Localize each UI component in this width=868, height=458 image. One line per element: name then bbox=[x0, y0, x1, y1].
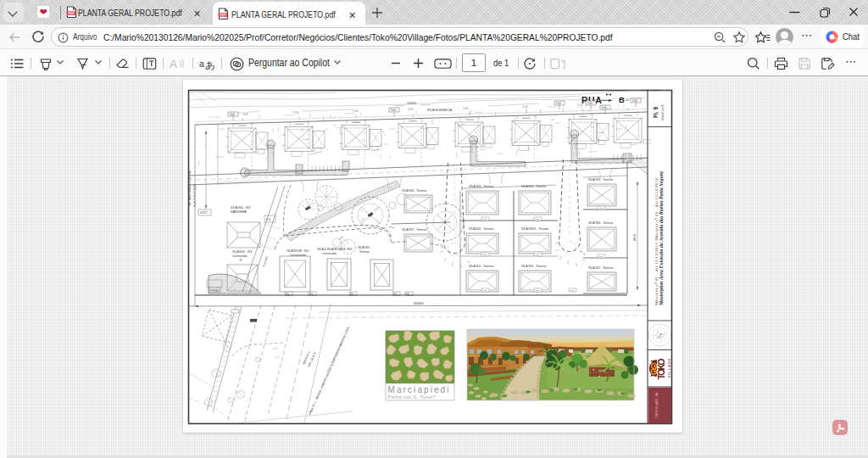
svg-text:9.00: 9.00 bbox=[535, 218, 539, 221]
svg-text:TOKO: TOKO bbox=[656, 359, 666, 380]
svg-text:12.00: 12.00 bbox=[522, 105, 528, 109]
svg-text:VILA 906 - Terreno: VILA 906 - Terreno bbox=[588, 221, 613, 225]
svg-text:FILA ELETRICA: FILA ELETRICA bbox=[427, 108, 452, 112]
svg-text:12.00: 12.00 bbox=[242, 113, 248, 116]
svg-text:12.00: 12.00 bbox=[293, 111, 299, 114]
svg-text:12.00: 12.00 bbox=[408, 108, 414, 111]
svg-text:9.00: 9.00 bbox=[587, 102, 593, 105]
svg-text:9.00: 9.00 bbox=[556, 102, 561, 105]
svg-text:VILA 903 - Terreno: VILA 903 - Terreno bbox=[469, 185, 493, 188]
svg-text:9.00: 9.00 bbox=[598, 207, 603, 209]
svg-text:VILA 901 - Terreno: VILA 901 - Terreno bbox=[469, 265, 493, 268]
svg-text:VILA 903/2 - Terreno: VILA 903/2 - Terreno bbox=[521, 227, 548, 231]
svg-text:9.00: 9.00 bbox=[482, 254, 487, 256]
svg-text:VILA 900 - Terreno: VILA 900 - Terreno bbox=[469, 227, 493, 231]
svg-text:VILA 902 - Terreno: VILA 902 - Terreno bbox=[521, 265, 546, 268]
svg-text:20905: 20905 bbox=[407, 101, 417, 105]
svg-text:RUA PROJETADA: RUA PROJETADA bbox=[193, 184, 197, 207]
svg-text:あ: あ bbox=[205, 60, 215, 70]
svg-text:Construida: Construida bbox=[322, 252, 337, 255]
svg-text:9.00: 9.00 bbox=[482, 289, 487, 292]
svg-text:VILA 900 - 907: VILA 900 - 907 bbox=[231, 206, 251, 209]
svg-text:Fl. 9: Fl. 9 bbox=[653, 107, 659, 118]
svg-text:VILA 901/B - 902: VILA 901/B - 902 bbox=[287, 249, 309, 253]
svg-text:9.00: 9.00 bbox=[391, 109, 396, 112]
svg-text:9.00: 9.00 bbox=[535, 289, 539, 292]
svg-text:9.00: 9.00 bbox=[230, 113, 235, 116]
svg-text:12.00: 12.00 bbox=[353, 109, 359, 113]
svg-text:AREA Nº 1 - BRASIL URBANIZAÇÕE: AREA Nº 1 - BRASIL URBANIZAÇÕES E EMPREE… bbox=[307, 326, 350, 416]
svg-text:PDF: PDF bbox=[68, 12, 75, 15]
svg-text:RUA 908: RUA 908 bbox=[262, 256, 269, 268]
svg-text:TOKO VILLAGE - BA: TOKO VILLAGE - BA bbox=[655, 392, 659, 418]
svg-text:B: B bbox=[619, 95, 625, 104]
svg-text:VILA 906 - 901: VILA 906 - 901 bbox=[232, 250, 253, 254]
svg-text:VILA & VILA NOVA Nº 903: VILA & VILA NOVA Nº 903 bbox=[317, 248, 352, 251]
svg-text:Construida: Construida bbox=[232, 254, 247, 258]
svg-text:VILA 906 - Terreno: VILA 906 - Terreno bbox=[402, 189, 426, 193]
svg-text:Terreno: Terreno bbox=[359, 250, 370, 254]
svg-text:9.00: 9.00 bbox=[482, 218, 487, 221]
svg-text:VILA 907 - Terreno: VILA 907 - Terreno bbox=[402, 228, 426, 232]
svg-text:A: A bbox=[170, 58, 177, 70]
svg-text:9.00: 9.00 bbox=[598, 255, 603, 258]
svg-text:9.00: 9.00 bbox=[602, 106, 607, 109]
svg-text:Masterplan Área Extensão da Av: Masterplan Área Extensão da Avenida dos … bbox=[658, 171, 664, 306]
svg-text:SBocklet nº 25 - del 15/12/201: SBocklet nº 25 - del 15/12/2010 SBocklet… bbox=[654, 177, 659, 305]
svg-text:Construindo: Construindo bbox=[290, 254, 306, 257]
svg-text:12.00: 12.00 bbox=[463, 107, 469, 110]
svg-text:VILLAGE: VILLAGE bbox=[668, 358, 671, 378]
svg-text:PDF: PDF bbox=[220, 14, 226, 17]
svg-text:9.00: 9.00 bbox=[535, 254, 539, 256]
svg-text:Pietra tipo S. Tomé?: Pietra tipo S. Tomé? bbox=[388, 394, 436, 399]
svg-text:VILA 905 - Terreno: VILA 905 - Terreno bbox=[588, 178, 613, 182]
svg-text:39: 39 bbox=[239, 259, 242, 262]
svg-text:49.8: 49.8 bbox=[632, 233, 637, 241]
svg-text:4.377: 4.377 bbox=[200, 211, 208, 215]
svg-text:9.00: 9.00 bbox=[570, 289, 574, 292]
svg-text:AV. NAVEGANTES HEYNE: AV. NAVEGANTES HEYNE bbox=[188, 170, 192, 205]
svg-text:12.00: 12.00 bbox=[577, 103, 583, 107]
svg-text:folha 09 jul/10: folha 09 jul/10 bbox=[661, 104, 665, 120]
svg-text:VILA 905: VILA 905 bbox=[358, 246, 370, 249]
svg-text:VILA 907 - Terreno: VILA 907 - Terreno bbox=[588, 266, 613, 270]
svg-text:SARDINHA: SARDINHA bbox=[231, 210, 247, 214]
svg-text:Marciapiedi: Marciapiedi bbox=[388, 385, 449, 394]
svg-text:50000: 50000 bbox=[414, 301, 424, 305]
svg-text:9.00: 9.00 bbox=[632, 99, 637, 103]
svg-text:a: a bbox=[199, 59, 204, 69]
svg-text:VILA 904 - Terreno: VILA 904 - Terreno bbox=[521, 185, 546, 188]
